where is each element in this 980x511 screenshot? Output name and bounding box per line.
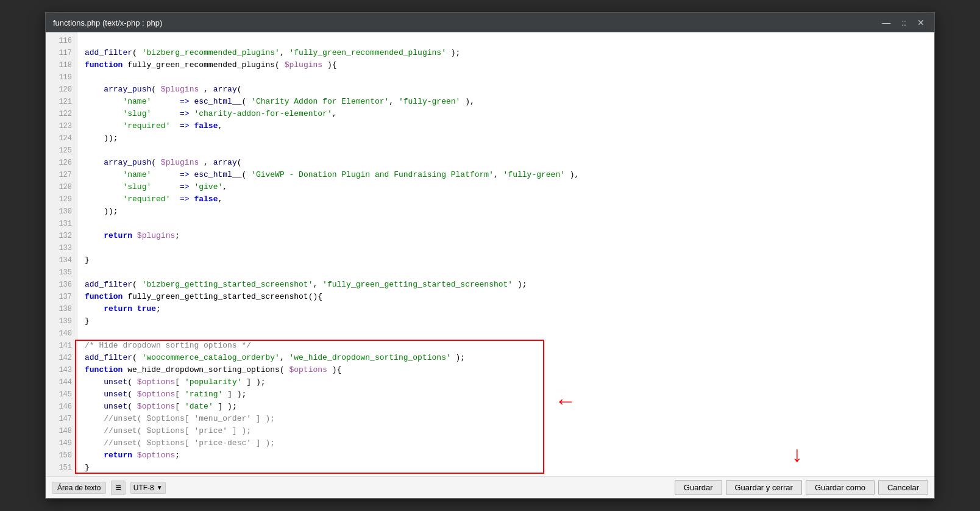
code-line [85, 327, 934, 340]
code-line: unset( $options[ 'date' ] ); [85, 401, 934, 413]
statusbar: Área de texto ≡ UTF-8 ▼ Guardar Guardar … [46, 476, 934, 498]
line-number: 146 [46, 401, 77, 413]
encoding-label: UTF-8 [133, 484, 154, 492]
line-number: 132 [46, 230, 77, 242]
cancel-button[interactable]: Cancelar [878, 480, 928, 495]
code-line: function fully_green_recommended_plugins… [85, 59, 934, 71]
code-line [85, 71, 934, 84]
line-number: 117 [46, 47, 77, 59]
line-number: 144 [46, 376, 77, 388]
code-line: 'required' => false, [85, 193, 934, 205]
code-line: return $plugins; [85, 230, 934, 242]
line-number: 122 [46, 108, 77, 120]
editor-window: functions.php (text/x-php : php) — :: ✕ … [45, 12, 935, 499]
window-title: functions.php (text/x-php : php) [53, 18, 162, 27]
code-line [85, 242, 934, 254]
line-number: 150 [46, 449, 77, 462]
line-number: 137 [46, 291, 77, 303]
save-button[interactable]: Guardar [675, 480, 722, 495]
line-number: 121 [46, 96, 77, 108]
code-line: //unset( $options[ 'menu_order' ] ); [85, 413, 934, 425]
code-line: //unset( $options[ 'price-desc' ] ); [85, 437, 934, 449]
line-number: 145 [46, 388, 77, 401]
line-number: 139 [46, 315, 77, 327]
line-number: 148 [46, 425, 77, 437]
line-number: 138 [46, 303, 77, 315]
code-line: unset( $options[ 'rating' ] ); [85, 388, 934, 401]
code-line: add_filter( 'bizberg_recommended_plugins… [85, 47, 934, 59]
line-number: 118 [46, 59, 77, 71]
code-line: } [85, 315, 934, 327]
code-line: unset( $options[ 'popularity' ] ); [85, 376, 934, 388]
code-line: /* Hide dropdown sorting options */ [85, 340, 934, 352]
save-as-button[interactable]: Guardar como [806, 480, 875, 495]
line-number: 131 [46, 218, 77, 230]
line-number: 128 [46, 181, 77, 193]
code-scroll[interactable]: 1161171181191201211221231241251261271281… [46, 32, 934, 476]
code-line: } [85, 462, 934, 474]
restore-button[interactable]: :: [899, 16, 909, 29]
save-close-button[interactable]: Guardar y cerrar [726, 480, 802, 495]
line-number: 143 [46, 364, 77, 376]
code-line: 'slug' => 'charity-addon-for-elementor', [85, 108, 934, 120]
line-number: 130 [46, 205, 77, 218]
code-line: array_push( $plugins , array( [85, 157, 934, 169]
code-line: array_push( $plugins , array( [85, 84, 934, 96]
line-number: 149 [46, 437, 77, 449]
line-number: 136 [46, 279, 77, 291]
line-number: 142 [46, 352, 77, 364]
code-lines[interactable]: add_filter( 'bizberg_recommended_plugins… [77, 32, 934, 476]
code-line: 'name' => esc_html__( 'Charity Addon for… [85, 96, 934, 108]
statusbar-left: Área de texto ≡ UTF-8 ▼ [52, 481, 166, 495]
code-line: add_filter( 'woocommerce_catalog_orderby… [85, 352, 934, 364]
code-line [85, 35, 934, 47]
line-number: 124 [46, 132, 77, 145]
line-number: 116 [46, 35, 77, 47]
statusbar-right: Guardar Guardar y cerrar Guardar como Ca… [675, 480, 928, 495]
line-number: 151 [46, 462, 77, 474]
line-number: 140 [46, 327, 77, 340]
line-number: 135 [46, 266, 77, 279]
code-content: 1161171181191201211221231241251261271281… [46, 32, 934, 476]
line-number: 141 [46, 340, 77, 352]
code-line: 'slug' => 'give', [85, 181, 934, 193]
textarea-badge[interactable]: Área de texto [52, 482, 106, 494]
line-number: 127 [46, 169, 77, 181]
line-number: 125 [46, 145, 77, 157]
code-line: )); [85, 205, 934, 218]
editor-area: 1161171181191201211221231241251261271281… [46, 32, 934, 476]
line-number: 147 [46, 413, 77, 425]
line-number: 120 [46, 84, 77, 96]
close-button[interactable]: ✕ [915, 16, 927, 29]
line-number: 119 [46, 71, 77, 84]
settings-icon[interactable]: ≡ [111, 481, 125, 495]
code-line: //unset( $options[ 'price' ] ); [85, 425, 934, 437]
encoding-arrow: ▼ [157, 484, 163, 491]
code-line: return $options; [85, 449, 934, 462]
line-number: 123 [46, 120, 77, 132]
titlebar: functions.php (text/x-php : php) — :: ✕ [46, 13, 934, 32]
code-line [85, 266, 934, 279]
line-number: 129 [46, 193, 77, 205]
code-line: )); [85, 132, 934, 145]
code-line: 'required' => false, [85, 120, 934, 132]
code-line [85, 145, 934, 157]
line-number: 133 [46, 242, 77, 254]
line-numbers: 1161171181191201211221231241251261271281… [46, 32, 77, 476]
code-line: function we_hide_dropdown_sorting_option… [85, 364, 934, 376]
code-line: } [85, 254, 934, 266]
code-line: return true; [85, 303, 934, 315]
minimize-button[interactable]: — [879, 16, 893, 29]
code-line: function fully_green_getting_started_scr… [85, 291, 934, 303]
code-line: 'name' => esc_html__( 'GiveWP - Donation… [85, 169, 934, 181]
encoding-select[interactable]: UTF-8 ▼ [130, 482, 166, 494]
code-line [85, 218, 934, 230]
line-number: 134 [46, 254, 77, 266]
line-number: 126 [46, 157, 77, 169]
code-line: add_filter( 'bizberg_getting_started_scr… [85, 279, 934, 291]
window-controls: — :: ✕ [879, 16, 927, 29]
